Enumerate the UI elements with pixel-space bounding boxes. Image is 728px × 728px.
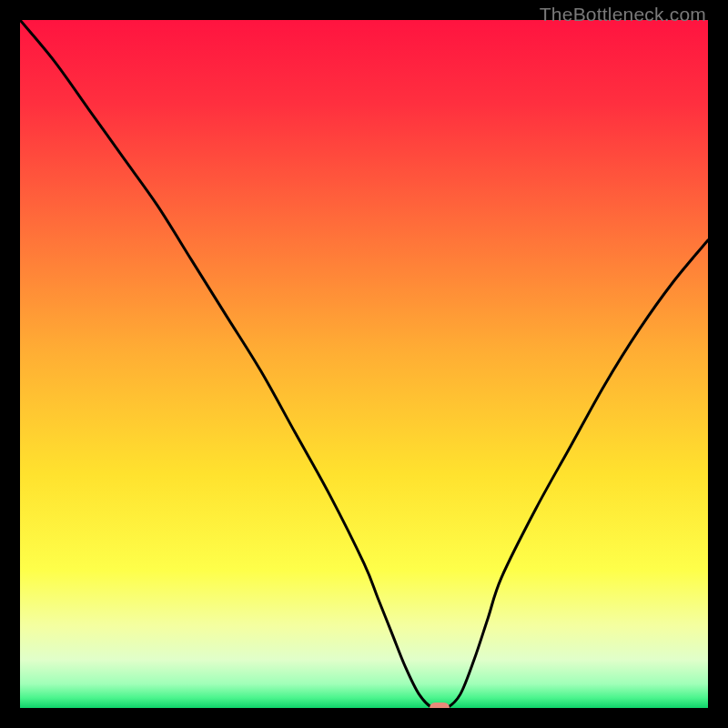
plot-area bbox=[20, 20, 708, 708]
gradient-background bbox=[20, 20, 708, 708]
minimum-marker bbox=[430, 703, 450, 708]
attribution-text: TheBottleneck.com bbox=[540, 4, 706, 25]
svg-rect-0 bbox=[20, 20, 708, 708]
chart-container: TheBottleneck.com bbox=[0, 0, 728, 728]
